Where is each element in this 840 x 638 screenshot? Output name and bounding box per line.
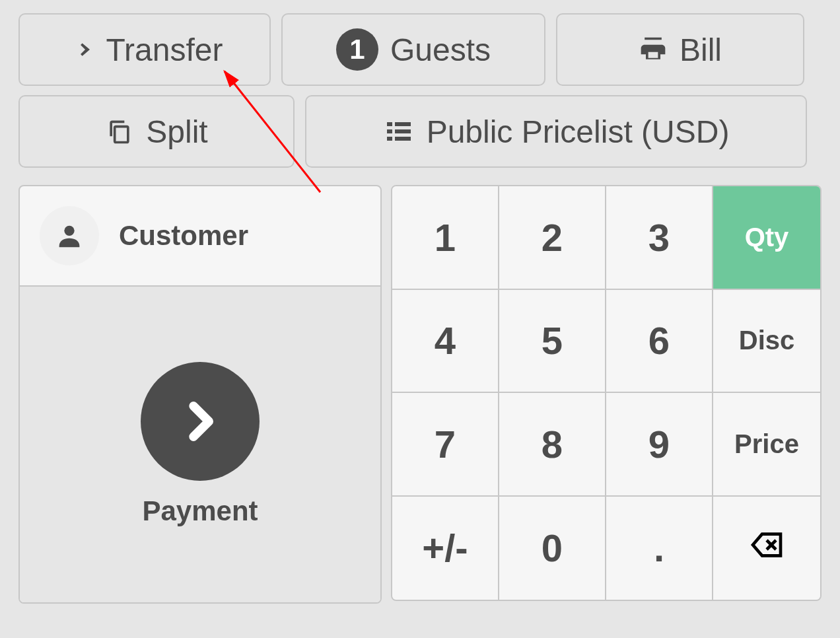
numpad-disc[interactable]: Disc [713,290,820,394]
svg-point-7 [64,226,74,236]
pricelist-button[interactable]: Public Pricelist (USD) [305,95,807,168]
numpad-1[interactable]: 1 [392,186,499,290]
numpad: 1 2 3 Qty 4 5 6 Disc 7 8 9 Price +/- 0 . [391,185,822,601]
guests-label: Guests [390,32,491,68]
svg-rect-4 [395,122,411,126]
numpad-qty[interactable]: Qty [713,186,820,290]
pricelist-label: Public Pricelist (USD) [427,114,730,150]
numpad-plusminus[interactable]: +/- [392,497,499,600]
payment-button[interactable]: Payment [20,287,380,602]
guests-button[interactable]: 1 Guests [281,13,545,86]
numpad-price[interactable]: Price [713,393,820,497]
svg-rect-0 [115,127,128,143]
backspace-icon [748,526,785,569]
transfer-button[interactable]: Transfer [18,13,271,86]
numpad-5[interactable]: 5 [499,290,606,394]
chevron-right-icon [141,362,260,481]
numpad-4[interactable]: 4 [392,290,499,394]
customer-button[interactable]: Customer [20,186,380,287]
svg-rect-5 [395,129,411,133]
payment-label: Payment [142,495,258,527]
list-icon [383,116,415,147]
svg-rect-3 [387,137,392,141]
svg-rect-6 [395,137,411,141]
numpad-9[interactable]: 9 [606,393,713,497]
person-icon [40,206,99,266]
numpad-backspace[interactable] [713,497,820,600]
svg-rect-1 [387,122,392,126]
numpad-0[interactable]: 0 [499,497,606,600]
numpad-7[interactable]: 7 [392,393,499,497]
arrow-right-icon [67,36,94,63]
print-icon [639,35,668,64]
numpad-3[interactable]: 3 [606,186,713,290]
bill-label: Bill [680,32,722,68]
split-button[interactable]: Split [18,95,295,168]
transfer-label: Transfer [106,32,223,68]
split-label: Split [146,114,207,150]
numpad-2[interactable]: 2 [499,186,606,290]
copy-icon [105,117,134,146]
numpad-8[interactable]: 8 [499,393,606,497]
svg-rect-2 [387,129,392,133]
left-panel: Customer Payment [18,185,382,604]
customer-label: Customer [119,220,248,252]
bill-button[interactable]: Bill [556,13,804,86]
numpad-dot[interactable]: . [606,497,713,600]
numpad-6[interactable]: 6 [606,290,713,394]
guests-count-badge: 1 [336,28,378,71]
